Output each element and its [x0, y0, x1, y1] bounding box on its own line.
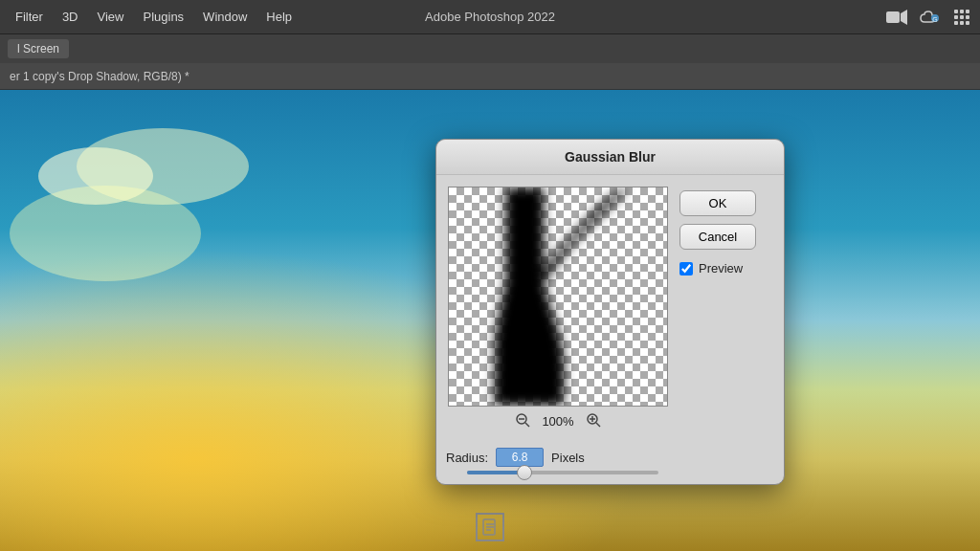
cloud-3: [10, 186, 201, 281]
menu-window[interactable]: Window: [195, 6, 255, 28]
radius-slider-track[interactable]: [467, 471, 658, 474]
svg-rect-4: [954, 10, 958, 13]
radius-input[interactable]: [496, 448, 544, 467]
svg-rect-10: [954, 21, 958, 25]
menu-items: Filter 3D View Plugins Window Help: [8, 6, 300, 28]
preview-check-row: Preview: [679, 261, 772, 276]
dialog-controls: OK Cancel Preview: [679, 187, 772, 432]
menubar: Filter 3D View Plugins Window Help Adobe…: [0, 0, 980, 34]
svg-line-18: [525, 423, 529, 427]
svg-rect-6: [966, 10, 969, 13]
svg-rect-7: [954, 15, 958, 19]
menu-view[interactable]: View: [90, 6, 132, 28]
menu-filter[interactable]: Filter: [8, 6, 51, 28]
video-icon[interactable]: [886, 7, 907, 28]
svg-rect-8: [960, 15, 964, 19]
grid-icon[interactable]: [951, 7, 972, 28]
zoom-value: 100%: [542, 414, 573, 429]
svg-text:G: G: [932, 15, 937, 22]
preview-label: Preview: [699, 261, 743, 276]
cancel-button[interactable]: Cancel: [679, 224, 756, 250]
dialog-title: Gaussian Blur: [436, 140, 784, 175]
radius-label: Radius:: [446, 451, 488, 465]
app-title: Adobe Photoshop 2022: [425, 10, 555, 24]
menu-3d[interactable]: 3D: [55, 6, 86, 28]
dialog-body: 100% OK Cancel Preview: [436, 175, 784, 444]
menu-plugins[interactable]: Plugins: [135, 6, 191, 28]
tabbar: l Screen: [0, 34, 980, 63]
menu-right-icons: G: [886, 7, 972, 28]
document-title-text: er 1 copy's Drop Shadow, RGB/8) *: [10, 70, 189, 83]
preview-checkbox[interactable]: [679, 262, 693, 276]
screen-tab[interactable]: l Screen: [8, 39, 69, 58]
doctitle: er 1 copy's Drop Shadow, RGB/8) *: [0, 63, 980, 90]
svg-marker-1: [901, 10, 907, 25]
gaussian-blur-dialog: Gaussian Blur: [435, 139, 785, 485]
preview-canvas: [448, 187, 668, 407]
zoom-in-icon[interactable]: [586, 412, 601, 430]
svg-rect-0: [886, 11, 900, 23]
slider-thumb[interactable]: [517, 465, 532, 480]
silhouette-image: [449, 187, 667, 406]
ok-button[interactable]: OK: [679, 190, 756, 216]
svg-rect-5: [960, 10, 964, 13]
radius-row: Radius: Pixels: [436, 444, 784, 467]
svg-rect-11: [960, 21, 964, 25]
svg-rect-9: [966, 15, 969, 19]
slider-row: [436, 467, 784, 484]
dialog-preview-area: 100%: [448, 187, 668, 432]
svg-rect-12: [966, 21, 969, 25]
menu-help[interactable]: Help: [258, 6, 300, 28]
zoom-row: 100%: [448, 407, 668, 432]
cloud-icon[interactable]: G: [919, 7, 940, 28]
radius-unit: Pixels: [551, 451, 585, 465]
slider-fill: [467, 471, 524, 474]
zoom-out-icon[interactable]: [515, 412, 530, 430]
document-icon[interactable]: [476, 513, 504, 541]
svg-line-21: [596, 423, 600, 427]
